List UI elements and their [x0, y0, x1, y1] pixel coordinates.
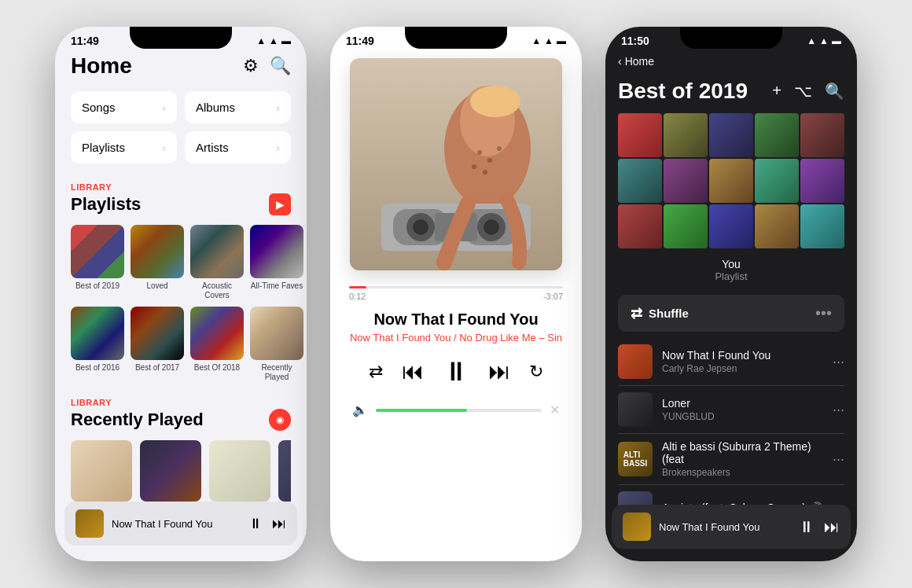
songs-button[interactable]: Songs › — [71, 91, 177, 123]
recently-title: Recently Played — [71, 410, 204, 430]
wifi-icon: ▲ — [269, 35, 278, 46]
progress-times: 0:12 -3:07 — [349, 292, 563, 301]
battery-icon-2: ▬ — [557, 35, 566, 46]
mosaic-item — [755, 204, 799, 248]
mosaic-item — [709, 204, 753, 248]
playlist-actions: + ⌥ 🔍 — [772, 82, 844, 101]
mini-controls-dark: ⏸ ⏭ — [799, 518, 840, 536]
next-button[interactable]: ⏭ — [488, 358, 510, 384]
progress-fill — [349, 286, 366, 288]
albums-arrow: › — [276, 101, 280, 114]
shuffle-icon: ⇄ — [631, 305, 642, 322]
back-label: Home — [625, 55, 654, 68]
playlists-button[interactable]: Playlists › — [71, 131, 177, 164]
recently-icon[interactable]: ◉ — [269, 409, 291, 431]
svg-point-11 — [484, 219, 499, 235]
progress-bar[interactable] — [349, 286, 563, 288]
repeat-button[interactable]: ↻ — [529, 362, 543, 382]
list-item[interactable] — [71, 440, 132, 505]
mini-player[interactable]: Now That I Found You ⏸ ⏭ — [64, 502, 297, 546]
mosaic-item — [664, 113, 708, 157]
playlist-cover-bestof2019 — [71, 225, 124, 278]
search-icon-3[interactable]: 🔍 — [825, 82, 844, 101]
signal-icon: ▲ — [256, 35, 266, 46]
artists-button[interactable]: Artists › — [185, 131, 291, 164]
list-item[interactable] — [278, 440, 291, 505]
player-controls: ⇄ ⏮ ⏸ ⏭ ↻ — [349, 356, 563, 387]
playlists-expand-icon[interactable]: ▶ — [269, 193, 291, 215]
albums-button[interactable]: Albums › — [185, 91, 291, 123]
song-info: Now That I Found You Now That I Found Yo… — [349, 311, 563, 344]
shuffle-row: ⇄ Shuffle ••• — [618, 295, 844, 332]
shuffle-button-3[interactable]: ⇄ Shuffle — [631, 305, 689, 322]
songs-label: Songs — [82, 101, 116, 114]
mosaic-item — [800, 204, 844, 248]
track-more-button[interactable]: ··· — [833, 451, 844, 468]
svg-point-9 — [413, 219, 428, 235]
list-item[interactable]: Best Of 2018 — [190, 307, 244, 382]
settings-icon[interactable]: ⚙ — [243, 56, 259, 76]
list-item[interactable]: Recently Played — [250, 307, 303, 382]
phone-player: 11:49 ▲ ▲ ▬ — [330, 27, 582, 561]
playlist-meta: You Playlist — [605, 252, 857, 288]
playlist-content: ‹ Home Best of 2019 + ⌥ 🔍 — [605, 50, 857, 550]
phone-playlist: 11:50 ▲ ▲ ▬ ‹ Home Best of 2019 + ⌥ 🔍 — [605, 27, 857, 561]
mosaic-item — [800, 113, 844, 157]
mosaic-item — [618, 159, 662, 203]
filter-icon[interactable]: ⌥ — [794, 82, 812, 101]
time-3: 11:50 — [621, 35, 649, 47]
list-item[interactable]: Best of 2019 — [71, 225, 124, 300]
svg-point-16 — [483, 170, 487, 175]
mosaic-item — [664, 204, 708, 248]
prev-button[interactable]: ⏮ — [402, 358, 424, 384]
mosaic-item — [618, 113, 662, 157]
more-options-button[interactable]: ••• — [815, 304, 832, 322]
mini-player-dark[interactable]: Now That I Found You ⏸ ⏭ — [612, 505, 851, 549]
signal-icon-2: ▲ — [531, 35, 541, 46]
mosaic-item — [618, 204, 662, 248]
mini-pause-dark[interactable]: ⏸ — [799, 518, 815, 536]
table-row[interactable]: Loner YUNGBLUD ··· — [618, 386, 844, 434]
list-item[interactable] — [140, 440, 201, 505]
table-row[interactable]: ALTIBASSI Alti e bassi (Suburra 2 Theme)… — [618, 434, 844, 485]
track-more-button[interactable]: ··· — [833, 354, 844, 370]
playlists-arrow: › — [162, 141, 166, 154]
mosaic-item — [709, 113, 753, 157]
volume-fill — [376, 409, 467, 412]
mini-pause-button[interactable]: ⏸ — [248, 516, 263, 532]
list-item[interactable]: Acoustic Covers — [190, 225, 244, 300]
playlist-cover-alltime — [250, 225, 303, 278]
table-row[interactable]: Now That I Found You Carly Rae Jepsen ··… — [618, 338, 844, 386]
pause-button[interactable]: ⏸ — [443, 356, 469, 387]
list-item[interactable]: Best of 2017 — [131, 307, 184, 382]
playlist-cover-bestof2018 — [190, 307, 244, 360]
mini-next-dark[interactable]: ⏭ — [824, 518, 840, 536]
mini-player-controls: ⏸ ⏭ — [248, 516, 286, 532]
back-button[interactable]: ‹ Home — [618, 55, 654, 68]
time-total: -3:07 — [543, 292, 563, 301]
list-item[interactable]: Best of 2016 — [71, 307, 124, 382]
list-item[interactable]: Loved — [131, 225, 184, 300]
add-icon[interactable]: + — [772, 82, 781, 101]
track-artist: YUNGBLUD — [662, 411, 823, 422]
search-icon[interactable]: 🔍 — [270, 56, 291, 76]
list-item[interactable] — [209, 440, 270, 505]
mosaic-item — [709, 159, 753, 203]
list-item[interactable]: All-Time Faves — [250, 225, 303, 300]
recently-section: LIBRARY Recently Played ◉ — [71, 395, 291, 508]
status-icons-2: ▲ ▲ ▬ — [531, 35, 566, 46]
playlist-name-bestof2016: Best of 2016 — [71, 363, 124, 373]
track-artist: Carly Rae Jepsen — [662, 363, 823, 374]
mini-player-title: Now That I Found You — [112, 518, 241, 530]
mini-next-button[interactable]: ⏭ — [272, 516, 286, 532]
volume-airplay-icon[interactable]: ✕ — [550, 402, 560, 417]
track-more-button[interactable]: ··· — [833, 402, 844, 418]
playlist-cover-bestof2016 — [71, 307, 124, 360]
signal-icon-3: ▲ — [807, 35, 816, 46]
volume-bar[interactable] — [376, 409, 542, 412]
shuffle-button[interactable]: ⇄ — [369, 362, 383, 382]
notch — [130, 27, 232, 49]
track-thumb — [618, 392, 653, 427]
track-artist: Brokenspeakers — [662, 467, 823, 478]
album-art[interactable] — [350, 58, 562, 270]
